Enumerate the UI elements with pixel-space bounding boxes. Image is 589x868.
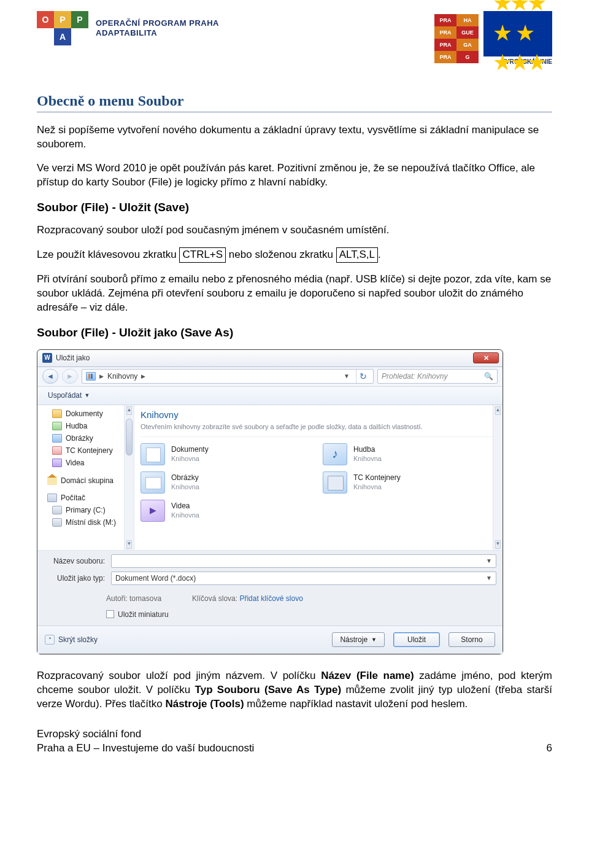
tools-button[interactable]: Nástroje▼ <box>332 632 385 647</box>
refresh-icon[interactable]: ↻ <box>356 370 369 383</box>
filename-input[interactable]: ▼ <box>111 554 496 568</box>
paragraph-1: Než si popíšeme vytvoření nového dokumen… <box>37 123 552 152</box>
videos-icon <box>52 459 62 467</box>
forward-button[interactable]: ► <box>62 369 78 384</box>
text: nebo složenou zkratku <box>226 249 336 260</box>
arrow-up-icon[interactable]: ▲ <box>495 406 501 415</box>
chevron-down-icon: ▼ <box>84 392 90 399</box>
text: Lze použít klávesovou zkratku <box>37 249 179 260</box>
paragraph-2: Ve verzi MS Word 2010 je opět používán p… <box>37 161 552 190</box>
chevron-down-icon: ▼ <box>371 636 377 643</box>
bold-text: Typ Souboru (Save As Type) <box>195 684 342 696</box>
library-item[interactable]: ObrázkyKnihovna <box>141 471 314 494</box>
arrow-down-icon[interactable]: ▼ <box>495 540 501 549</box>
nav-item: Počítač <box>39 492 133 504</box>
nav-item: Domácí skupina <box>39 475 133 487</box>
word-icon: W <box>42 353 52 363</box>
nav-scrollbar[interactable]: ▲ ▼ <box>124 405 134 550</box>
main-pane[interactable]: Knihovny Otevřením knihovny zobrazíte sv… <box>134 405 502 550</box>
arrow-up-icon[interactable]: ▲ <box>126 406 132 415</box>
address-field[interactable]: ▶ Knihovny ▶ ▼ ↻ <box>82 369 374 384</box>
library-item[interactable]: DokumentyKnihovna <box>141 443 314 465</box>
text: můžeme například nastavit uložení pod he… <box>244 698 468 710</box>
organize-label: Uspořádat <box>48 390 82 400</box>
arrow-left-icon: ◄ <box>47 371 54 381</box>
search-input[interactable]: Prohledat: Knihovny 🔍 <box>377 369 498 384</box>
header-left: O P P A OPERAČNÍ PROGRAM PRAHA ADAPTABIL… <box>37 11 219 45</box>
search-icon: 🔍 <box>484 371 493 381</box>
dialog-toolbar: Uspořádat ▼ <box>37 387 502 405</box>
close-icon: ✕ <box>483 355 489 362</box>
pictures-icon <box>141 471 165 494</box>
dialog-footer: ˄ Skrýt složky Nástroje▼ Uložit Storno <box>37 626 502 654</box>
authors-value[interactable]: tomasova <box>129 594 161 603</box>
nav-item: TC Kontejnery <box>39 444 133 457</box>
kbd-ctrl-s: CTRL+S <box>179 247 226 263</box>
drive-icon <box>52 506 62 514</box>
filetype-select[interactable]: Dokument Word (*.docx)▼ <box>111 572 496 585</box>
save-thumbnail-label: Uložit miniaturu <box>118 610 169 619</box>
oppa-title: OPERAČNÍ PROGRAM PRAHA ADAPTABILITA <box>96 18 219 37</box>
metadata-row: Autoři: tomasova Klíčová slova: Přidat k… <box>37 591 502 605</box>
text: . <box>378 249 381 260</box>
dialog-titlebar: W Uložit jako ✕ <box>37 350 502 367</box>
dialog-body: Dokumenty Hudba Obrázky TC Kontejnery Vi… <box>37 405 502 550</box>
header-right: PRAHA PRAGUE PRAGA PRAG ★ ★ ★★ ★★ ★ ★ EV… <box>434 11 552 66</box>
save-thumbnail-checkbox[interactable] <box>106 610 114 618</box>
dialog-title: Uložit jako <box>56 353 90 363</box>
chevron-down-icon[interactable]: ▼ <box>344 372 350 381</box>
main-subtitle: Otevřením knihovny zobrazíte své soubory… <box>141 422 496 437</box>
pictures-icon <box>52 434 62 443</box>
oppa-logo-icon: O P P A <box>37 11 88 45</box>
library-item[interactable]: HudbaKnihovna <box>323 443 496 465</box>
videos-icon <box>141 500 165 522</box>
saveas-dialog: W Uložit jako ✕ ◄ ► ▶ Knihovny ▶ ▼ ↻ Pro… <box>37 349 503 654</box>
filetype-label: Uložit jako typ: <box>44 573 111 583</box>
close-button[interactable]: ✕ <box>473 352 499 363</box>
eu-flag-icon: ★ ★ ★★ ★★ ★ ★ <box>483 11 552 56</box>
cancel-button[interactable]: Storno <box>448 632 495 647</box>
organize-button[interactable]: Uspořádat ▼ <box>42 389 95 402</box>
library-item[interactable]: VideaKnihovna <box>141 500 314 522</box>
praha-logo-icon: PRAHA PRAGUE PRAGA PRAG <box>434 14 479 63</box>
nav-item: Hudba <box>39 420 133 432</box>
libraries-icon <box>86 372 96 381</box>
nav-item: Videa <box>39 457 133 469</box>
nav-item: Primary (C:) <box>39 504 133 516</box>
breadcrumb[interactable]: Knihovny <box>107 371 137 381</box>
dialog-fields: Název souboru: ▼ Uložit jako typ: Dokume… <box>37 550 502 591</box>
eu-block: ★ ★ ★★ ★★ ★ ★ EVROPSKÁ UNIE <box>483 11 552 66</box>
homegroup-icon <box>47 476 57 485</box>
scrollbar-thumb[interactable] <box>126 419 133 455</box>
tags-label: Klíčová slova: <box>192 594 237 603</box>
chevron-right-icon: ▶ <box>141 373 145 380</box>
save-button[interactable]: Uložit <box>393 632 440 647</box>
text: Rozpracovaný soubor uloží pod jiným názv… <box>37 670 321 681</box>
authors-label: Autoři: <box>106 594 128 603</box>
chevron-down-icon[interactable]: ▼ <box>486 557 492 565</box>
kbd-alt-s-l: ALT,S,L <box>336 247 378 263</box>
hide-folders-button[interactable]: ˄ Skrýt složky <box>45 635 98 645</box>
paragraph-3: Rozpracovaný soubor uloží pod současným … <box>37 223 552 238</box>
paragraph-5: Při otvírání souborů přímo z emailu nebo… <box>37 273 552 315</box>
dialog-addressbar: ◄ ► ▶ Knihovny ▶ ▼ ↻ Prohledat: Knihovny… <box>37 367 502 387</box>
documents-icon <box>141 443 165 465</box>
subheading-saveas: Soubor (File) - Uložit jako (Save As) <box>37 325 552 341</box>
music-icon <box>52 422 62 430</box>
documents-icon <box>52 409 62 418</box>
nav-pane[interactable]: Dokumenty Hudba Obrázky TC Kontejnery Vi… <box>37 405 134 550</box>
tags-value[interactable]: Přidat klíčové slovo <box>239 594 302 603</box>
oppa-title-line2: ADAPTABILITA <box>96 28 219 38</box>
page-header: O P P A OPERAČNÍ PROGRAM PRAHA ADAPTABIL… <box>37 11 552 66</box>
library-item[interactable]: TC KontejneryKnihovna <box>323 471 496 494</box>
arrow-down-icon[interactable]: ▼ <box>126 540 132 549</box>
chevron-right-icon: ▶ <box>99 373 104 380</box>
back-button[interactable]: ◄ <box>42 369 58 384</box>
chevron-down-icon[interactable]: ▼ <box>486 574 492 583</box>
paragraph-6: Rozpracovaný soubor uloží pod jiným názv… <box>37 669 552 711</box>
bold-text: Název (File name) <box>321 670 414 681</box>
footer-line1: Evropský sociální fond <box>37 727 254 742</box>
main-scrollbar[interactable]: ▲ ▼ <box>493 405 502 550</box>
page-number: 6 <box>547 742 552 756</box>
music-icon <box>323 443 347 465</box>
